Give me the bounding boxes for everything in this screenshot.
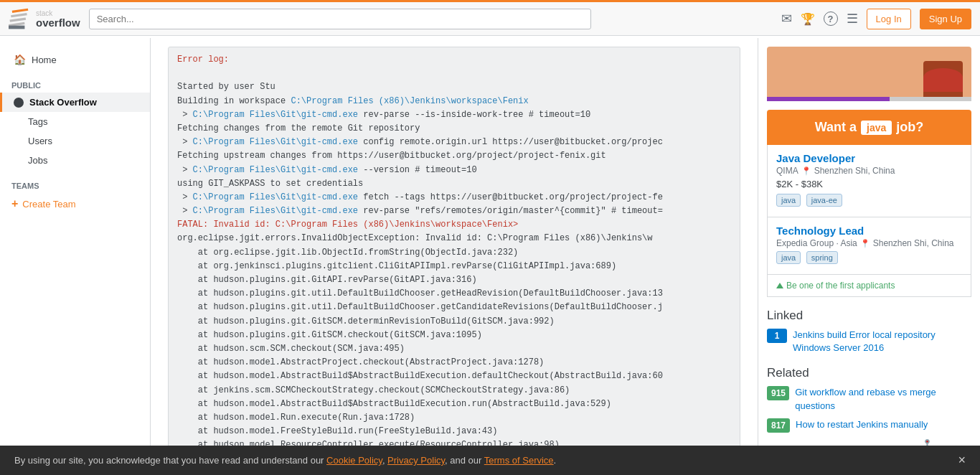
- jobs-banner[interactable]: Want a java job?: [767, 110, 971, 145]
- linked-section-header: Linked: [767, 309, 971, 323]
- company-name-0: QIMA: [776, 166, 798, 176]
- sidebar-home-label: Home: [32, 55, 57, 65]
- cookie-close-button[interactable]: ×: [958, 453, 966, 468]
- trophy-icon[interactable]: 🏆: [801, 12, 815, 26]
- svg-rect-1: [9, 17, 26, 22]
- related-badge-0: 915: [767, 386, 789, 400]
- job-salary-0: $2K - $38K: [776, 179, 962, 189]
- sidebar-users-label: Users: [28, 136, 52, 146]
- logo[interactable]: stack overflow: [9, 7, 80, 30]
- related-link-0[interactable]: Git workflow and rebase vs merge questio…: [795, 386, 971, 412]
- sidebar-stackoverflow-label: Stack Overflow: [29, 97, 97, 108]
- signup-button[interactable]: Sign Up: [920, 9, 971, 29]
- sidebar-left: 🏠 Home PUBLIC Stack Overflow Tags Users …: [0, 38, 151, 475]
- cookie-text: By using our site, you acknowledge that …: [14, 455, 556, 466]
- related-link-1[interactable]: How to restart Jenkins manually: [796, 418, 928, 431]
- tag-java-1[interactable]: java: [776, 251, 801, 264]
- sidebar-right: Want a java job? Java Developer QIMA 📍 S…: [758, 38, 980, 475]
- create-team-label: Create Team: [22, 199, 75, 210]
- company-location-1: Shenzhen Shi, China: [873, 238, 954, 248]
- linked-item-0: 1 Jenkins build Error local repository W…: [767, 329, 971, 354]
- location-icon-0: 📍: [801, 166, 811, 176]
- sidebar-jobs-label: Jobs: [28, 155, 47, 166]
- applicants-note: Be one of the first applicants: [767, 275, 971, 297]
- tag-spring[interactable]: spring: [806, 251, 838, 264]
- sidebar-teams-section: TEAMS + Create Team: [0, 179, 150, 215]
- related-section-header: Related: [767, 366, 971, 380]
- sidebar-tags-label: Tags: [28, 116, 47, 127]
- tag-java[interactable]: java: [776, 194, 801, 207]
- main-content: Error log: Started by user Stu Building …: [151, 38, 758, 475]
- svg-rect-2: [11, 13, 27, 17]
- sidebar-item-tags[interactable]: Tags: [0, 112, 150, 131]
- stackoverflow-dot-icon: [14, 98, 24, 108]
- related-badge-1: 817: [767, 418, 790, 433]
- linked-link-0[interactable]: Jenkins build Error local repository Win…: [793, 329, 971, 354]
- sidebar-item-home[interactable]: 🏠 Home: [0, 50, 150, 70]
- want-label: Want a: [815, 120, 857, 135]
- job-company-0: QIMA 📍 Shenzhen Shi, China: [776, 166, 962, 176]
- job-label: job?: [896, 120, 923, 135]
- job-company-1: Expedia Group · Asia 📍 Shenzhen Shi, Chi…: [776, 238, 962, 248]
- company-location-0: Shenzhen Shi, China: [814, 166, 895, 176]
- main-layout: 🏠 Home PUBLIC Stack Overflow Tags Users …: [0, 38, 980, 475]
- triangle-up-icon: [776, 283, 783, 288]
- help-icon[interactable]: ?: [824, 11, 838, 26]
- logo-top: stack: [36, 10, 80, 17]
- plus-icon: +: [11, 197, 18, 210]
- logo-icon: [9, 7, 32, 30]
- sidebar-teams-label: TEAMS: [0, 179, 150, 193]
- svg-rect-3: [12, 9, 29, 13]
- avatar: [923, 61, 963, 97]
- create-team-button[interactable]: + Create Team: [0, 193, 150, 215]
- search-input[interactable]: [89, 9, 591, 29]
- job-card-0: Java Developer QIMA 📍 Shenzhen Shi, Chin…: [767, 145, 971, 217]
- code-block: Error log: Started by user Stu Building …: [168, 47, 740, 475]
- privacy-policy-link[interactable]: Privacy Policy: [387, 455, 445, 466]
- linked-badge-0: 1: [767, 329, 787, 343]
- avatar-area: [767, 47, 971, 97]
- company-name-1: Expedia Group · Asia: [776, 238, 857, 248]
- sidebar-item-users[interactable]: Users: [0, 131, 150, 151]
- logo-bottom: overflow: [36, 17, 80, 28]
- tag-java-ee[interactable]: java-ee: [806, 194, 842, 207]
- job-title-0[interactable]: Java Developer: [776, 152, 962, 164]
- sidebar-item-stackoverflow[interactable]: Stack Overflow: [0, 93, 150, 112]
- terms-link[interactable]: Terms of Service: [484, 455, 554, 466]
- related-item-0: 915 Git workflow and rebase vs merge que…: [767, 386, 971, 412]
- cookie-banner: By using our site, you acknowledge that …: [0, 446, 980, 475]
- sidebar-home-section: 🏠 Home: [0, 50, 150, 70]
- job-card-1: Technology Lead Expedia Group · Asia 📍 S…: [767, 217, 971, 275]
- job-tags-0: java java-ee: [776, 194, 962, 210]
- code-scroll-wrapper[interactable]: Error log: Started by user Stu Building …: [168, 47, 740, 475]
- home-icon: 🏠: [14, 54, 26, 65]
- sidebar-public-label: PUBLIC: [0, 78, 150, 93]
- svg-rect-4: [9, 26, 24, 29]
- logo-text: stack overflow: [36, 10, 80, 28]
- cookie-policy-link[interactable]: Cookie Policy: [326, 455, 382, 466]
- login-button[interactable]: Log In: [867, 9, 911, 29]
- job-title-1[interactable]: Technology Lead: [776, 225, 962, 237]
- app-header: stack overflow ✉ 🏆 ? ☰ Log In Sign Up: [0, 0, 980, 36]
- inbox-icon[interactable]: ✉: [781, 11, 792, 27]
- location-icon-1: 📍: [860, 239, 870, 248]
- related-item-1: 817 How to restart Jenkins manually: [767, 418, 971, 433]
- sidebar-item-jobs[interactable]: Jobs: [0, 151, 150, 170]
- hamburger-icon[interactable]: ☰: [847, 11, 858, 27]
- java-badge: java: [861, 121, 892, 135]
- sidebar-public-section: PUBLIC Stack Overflow Tags Users Jobs: [0, 78, 150, 170]
- progress-bar: [767, 97, 971, 101]
- header-actions: ✉ 🏆 ? ☰ Log In Sign Up: [781, 9, 971, 29]
- job-tags-1: java spring: [776, 251, 962, 267]
